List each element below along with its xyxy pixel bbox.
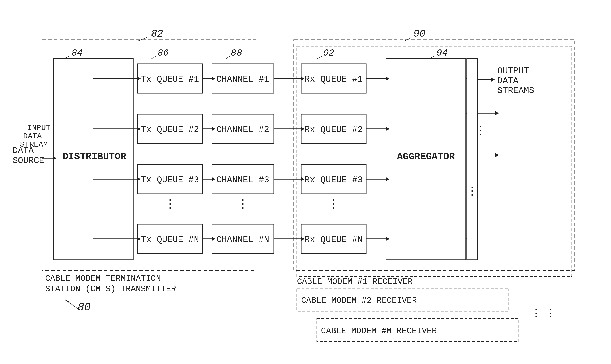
- channel-dots: ⋮: [237, 198, 249, 211]
- rx-dots: ⋮: [328, 198, 339, 211]
- figure-number: 80: [78, 301, 91, 313]
- label-84: 84: [71, 48, 83, 58]
- tx-queue-2: Tx QUEUE #2: [141, 125, 199, 135]
- aggregator-text: AGGREGATOR: [397, 151, 455, 162]
- output-dots: ⋮: [475, 124, 486, 138]
- label-92: 92: [323, 48, 334, 58]
- output-label-3: STREAMS: [497, 86, 534, 96]
- output-label-1: OUTPUT: [497, 66, 529, 76]
- rx-queue-1: Rx QUEUE #1: [305, 74, 362, 84]
- diagram-container: 80 82 CABLE MODEM TERMINATION STATION (C…: [0, 0, 611, 364]
- input-data-label-1: INPUT: [27, 123, 51, 132]
- tx-queue-1: Tx QUEUE #1: [141, 74, 199, 84]
- distributor-text: DISTRIBUTOR: [63, 151, 126, 162]
- label-94: 94: [436, 48, 448, 58]
- cmts-label-1: CABLE MODEM TERMINATION: [45, 274, 161, 283]
- tx-queue-3: Tx QUEUE #3: [141, 175, 199, 185]
- output-label-2: DATA: [497, 76, 519, 86]
- cm-dots: ⋮: [531, 308, 541, 320]
- channel-n: CHANNEL #N: [216, 235, 269, 245]
- data-source-label-2: SOURCE: [13, 156, 44, 166]
- label-82: 82: [151, 28, 163, 39]
- tx-queue-n: Tx QUEUE #N: [141, 235, 199, 245]
- channel-1: CHANNEL #1: [216, 74, 269, 84]
- extra-dots: ⋮: [545, 308, 556, 320]
- channel-3: CHANNEL #3: [216, 175, 269, 185]
- rx-queue-n: Rx QUEUE #N: [305, 235, 362, 245]
- label-86: 86: [157, 48, 169, 58]
- input-data-label-2: DATA: [23, 132, 42, 141]
- tx-dots: ⋮: [164, 198, 176, 211]
- label-90: 90: [413, 28, 426, 39]
- label-88: 88: [231, 48, 242, 58]
- cmts-label-2: STATION (CMTS) TRANSMITTER: [45, 284, 176, 294]
- cmm-label: CABLE MODEM #M RECEIVER: [321, 326, 437, 336]
- input-data-label-3: STREAM: [20, 140, 48, 149]
- bar-dots: ⋮: [466, 185, 478, 198]
- rx-queue-2: Rx QUEUE #2: [305, 125, 362, 135]
- rx-queue-3: Rx QUEUE #3: [305, 175, 362, 185]
- cm1-label: CABLE MODEM #1 RECEIVER: [297, 277, 413, 286]
- channel-2: CHANNEL #2: [216, 125, 269, 135]
- cm2-label: CABLE MODEM #2 RECEIVER: [301, 296, 417, 305]
